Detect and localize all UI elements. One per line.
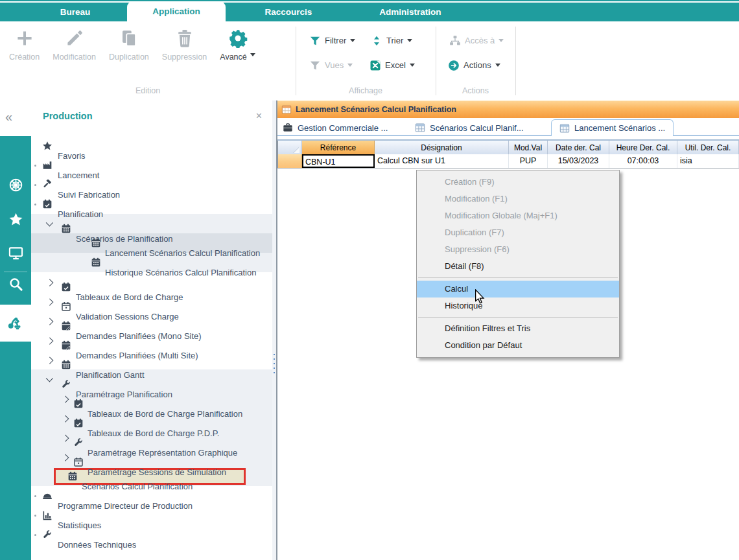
module-rail: «	[0, 100, 31, 560]
grid-data-row[interactable]: CBN-U1Calcul CBN sur U1PUP15/03/202307:0…	[277, 154, 739, 169]
menu-separator	[418, 317, 618, 318]
trash-icon	[174, 28, 195, 49]
creation-button[interactable]: Création	[3, 28, 46, 62]
menu-tab-administration[interactable]: Administration	[367, 3, 454, 21]
column-header-reference[interactable]: Référence	[302, 141, 375, 155]
ribbon-toolbar: CréationModificationDuplicationSuppressi…	[0, 21, 739, 101]
document-tabstrip: Gestion Commerciale ...Scénarios Calcul …	[277, 118, 739, 137]
vues-button[interactable]: Vues	[309, 59, 353, 71]
search-icon	[8, 277, 23, 292]
document-tab-scenarios-calcul-planif[interactable]: Scénarios Calcul Planif...	[415, 120, 524, 135]
chevron-right-icon[interactable]	[46, 356, 53, 364]
tree-item-label: Paramétrage Planification	[76, 385, 317, 404]
avance-button[interactable]: Avancé	[213, 28, 261, 62]
chevron-right-icon[interactable]	[46, 318, 53, 325]
menu-item-calcul[interactable]: Calcul	[417, 281, 619, 298]
suppression-button[interactable]: Suppression	[156, 28, 214, 62]
menu-tab-raccourcis[interactable]: Raccourcis	[252, 3, 325, 21]
rail-item-robotics[interactable]	[0, 305, 31, 342]
duplication-button[interactable]: Duplication	[102, 28, 156, 62]
sort-icon	[370, 34, 382, 47]
rail-item-display[interactable]	[0, 239, 31, 267]
document-tab-lancement-scenarios[interactable]: Lancement Scénarios ...	[551, 119, 674, 136]
hardhat-icon	[42, 491, 53, 501]
button-label: Trier	[386, 36, 403, 45]
main-work-area: Lancement Scénarios Calcul Planification…	[277, 100, 739, 560]
trier-button[interactable]: Trier	[370, 34, 412, 47]
menu-item-detail-f8[interactable]: Détail (F8)	[417, 258, 619, 275]
chevron-right-icon[interactable]	[62, 415, 69, 422]
tree-bullet	[34, 165, 36, 167]
button-label: Suppression	[162, 52, 207, 62]
column-header-date-der-cal[interactable]: Date der. Cal	[548, 141, 609, 155]
tree-item-label: Paramétrage Représentation Graphique	[88, 443, 329, 463]
barchart-icon	[42, 510, 53, 520]
menu-tab-bureau[interactable]: Bureau	[39, 3, 111, 21]
nav-panel-title: Production	[43, 111, 93, 121]
chevron-right-icon[interactable]	[62, 454, 69, 461]
tree-item-label: Tableaux de Bord de Charge	[76, 288, 317, 307]
collapse-sidebar-button[interactable]: «	[5, 110, 12, 124]
plus-icon	[14, 28, 35, 49]
cell-date-der-cal[interactable]: 15/03/2023	[548, 154, 609, 168]
column-header-mod-val[interactable]: Mod.Val	[509, 141, 548, 155]
cell-reference[interactable]: CBN-U1	[302, 154, 375, 168]
menu-tab-application[interactable]: Application	[127, 1, 226, 21]
button-label: Modification	[53, 52, 96, 62]
nav-close-button[interactable]: ×	[256, 110, 262, 122]
chevron-down-icon	[410, 64, 415, 67]
chevron-right-icon[interactable]	[46, 337, 53, 344]
column-header-util-der-cal[interactable]: Util. Der. Cal.	[677, 141, 739, 155]
document-title: Lancement Scénarios Calcul Planification	[296, 101, 456, 119]
chevron-down-icon	[250, 53, 255, 56]
acces-a-button[interactable]: Accès à	[449, 34, 504, 47]
cell-designation[interactable]: Calcul CBN sur U1	[375, 154, 509, 168]
menu-item-modification-f1: Modification (F1)	[417, 191, 619, 207]
filter-icon	[309, 34, 321, 47]
column-header-heure-der-cal[interactable]: Heure Der. Cal.	[609, 141, 677, 155]
tree-bullet	[34, 495, 36, 497]
menu-item-suppression-f6: Suppression (F6)	[417, 241, 619, 258]
tree-item-label: Scénarios Calcul Planification	[82, 477, 323, 496]
chevron-right-icon[interactable]	[62, 434, 69, 441]
tree-item-label: Lancement	[58, 166, 299, 185]
tree-item-favoris[interactable]: Favoris	[31, 136, 272, 156]
chevron-right-icon[interactable]	[62, 395, 69, 402]
menu-item-historique[interactable]: Historique	[417, 298, 619, 314]
calendar-grid-icon	[61, 224, 71, 234]
rail-item-modules[interactable]	[0, 170, 31, 199]
chevron-down-icon[interactable]	[46, 219, 53, 226]
chevron-right-icon[interactable]	[46, 298, 53, 305]
menu-item-definition-filtres-et-tris[interactable]: Définition Filtres et Tris	[417, 320, 619, 337]
rail-item-search[interactable]	[0, 270, 31, 298]
calendar-pencil-icon	[61, 340, 71, 351]
tree-item-label: Demandes Planifiées (Multi Site)	[76, 346, 317, 366]
calendar-grid-icon	[67, 471, 78, 482]
column-header-designation[interactable]: Désignation	[375, 141, 509, 155]
cell-mod-val[interactable]: PUP	[509, 154, 548, 168]
cell-heure-der-cal[interactable]: 07:00:03	[609, 154, 677, 168]
ribbon-divider	[296, 27, 296, 95]
chevron-down-icon	[407, 39, 412, 42]
top-menu-bar: BureauApplicationRaccourcisAdministratio…	[0, 0, 739, 21]
actions-button[interactable]: Actions	[447, 59, 500, 71]
document-tab-gestion-commerciale[interactable]: Gestion Commerciale ...	[283, 120, 388, 135]
menu-item-condition-par-defaut[interactable]: Condition par Défaut	[417, 337, 619, 354]
filter-icon	[309, 59, 321, 71]
calendar-check-icon	[73, 418, 84, 428]
robot-icon	[7, 315, 24, 332]
chevron-right-icon[interactable]	[46, 279, 53, 286]
tree-item-label: Favoris	[58, 146, 299, 166]
excel-button[interactable]: Excel	[369, 59, 415, 71]
ribbon-divider	[436, 27, 436, 95]
rail-item-favorites[interactable]	[0, 205, 31, 233]
filtrer-button[interactable]: Filtrer	[309, 34, 355, 47]
tree-item-label: Planification	[58, 205, 299, 224]
chevron-down-icon[interactable]	[46, 375, 53, 382]
ribbon-group-label-edition: Edition	[0, 86, 296, 95]
tree-item-label: Tableaux de Bord de Charge Planification	[88, 404, 329, 424]
cell-util-der-cal[interactable]: isia	[677, 154, 739, 168]
calendar-grid-icon	[91, 238, 101, 248]
modification-button[interactable]: Modification	[46, 28, 102, 62]
context-menu: Création (F9)Modification (F1)Modificati…	[416, 170, 620, 358]
